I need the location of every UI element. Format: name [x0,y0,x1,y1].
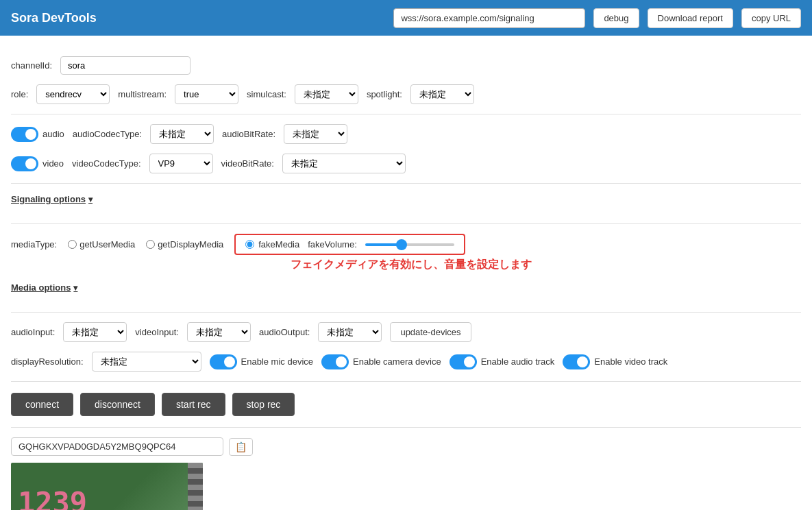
chevron-down-icon-2: ▾ [73,283,77,293]
annotation-text: フェイクメディアを有効にし、音量を設定します [291,258,532,272]
media-type-radio-group: getUserMedia getDisplayMedia fakeMedia f… [68,234,465,255]
enable-video-track-wrapper: Enable video track [563,354,667,369]
video-preview-number: 1239 [11,489,87,510]
audio-toggle[interactable] [11,127,38,142]
session-id-input [11,437,223,456]
chevron-down-icon: ▾ [88,195,93,204]
divider-6 [11,427,801,428]
display-resolution-row: displayResolution: 未指定 360p 720p 1080p E… [11,352,801,372]
enable-audio-track-toggle[interactable] [450,354,477,369]
channel-id-row: channelId: [11,56,801,75]
fake-volume-slider[interactable] [365,243,454,246]
channel-id-input[interactable] [60,56,190,75]
audio-input-select[interactable]: 未指定 [63,322,127,342]
fake-media-box: fakeMedia fakeVolume: [234,234,465,255]
header: Sora DevTools debug Download report copy… [0,0,812,36]
signaling-url-input[interactable] [393,8,585,28]
enable-mic-wrapper: Enable mic device [210,354,314,369]
audio-input-label: audioInput: [11,327,55,337]
audio-bitrate-label: audioBitRate: [222,129,275,139]
update-devices-button[interactable]: update-devices [390,322,471,342]
start-rec-button[interactable]: start rec [162,393,225,416]
video-input-label: videoInput: [135,327,179,337]
role-row: role: sendrecv sendonly recvonly multist… [11,84,801,104]
enable-audio-track-wrapper: Enable audio track [450,354,555,369]
role-select[interactable]: sendrecv sendonly recvonly [36,84,110,104]
enable-video-track-toggle[interactable] [563,354,590,369]
audio-output-label: audioOutput: [259,327,310,337]
media-type-label: mediaType: [11,239,57,250]
radio-get-display-media[interactable]: getDisplayMedia [146,239,223,250]
video-toggle-wrapper: video [11,156,64,171]
connect-button[interactable]: connect [11,393,73,416]
enable-audio-track-label: Enable audio track [481,356,555,367]
debug-button[interactable]: debug [593,8,639,28]
multistream-label: multistream: [118,89,167,99]
video-row: video videoCodecType: 未指定 VP8 VP9 H264 H… [11,154,801,173]
action-buttons-row: connect disconnect start rec stop rec [11,393,801,416]
enable-camera-wrapper: Enable camera device [321,354,441,369]
divider-5 [11,381,801,382]
multistream-select[interactable]: true false 未指定 [175,84,238,104]
divider-3 [11,223,801,224]
audio-bitrate-select[interactable]: 未指定 8 16 32 64 128 [284,124,347,144]
video-bitrate-label: videoBitRate: [221,158,274,169]
video-label: video [42,158,64,169]
signaling-options-link[interactable]: Signaling options ▾ [11,194,93,204]
app-title: Sora DevTools [11,11,385,25]
audio-label: audio [42,129,64,139]
media-options-link[interactable]: Media options ▾ [11,282,77,293]
disconnect-button[interactable]: disconnect [80,393,155,416]
video-preview-bar [188,463,203,510]
video-bitrate-select[interactable]: 未指定 100 500 1000 2000 5000 [282,154,406,173]
spotlight-label: spotlight: [367,89,402,99]
media-type-row: mediaType: getUserMedia getDisplayMedia … [11,234,801,255]
radio-fake-media[interactable]: fakeMedia [245,239,299,250]
media-options-row: Media options ▾ [11,282,801,302]
divider-4 [11,312,801,313]
video-toggle[interactable] [11,156,38,171]
enable-camera-label: Enable camera device [353,356,441,367]
radio-get-user-media[interactable]: getUserMedia [68,239,135,250]
spotlight-select[interactable]: 未指定 true false [410,84,474,104]
stop-rec-button[interactable]: stop rec [232,393,295,416]
copy-icon: 📋 [235,441,247,452]
video-input-select[interactable]: 未指定 [187,322,251,342]
audio-toggle-wrapper: audio [11,127,64,142]
enable-video-track-label: Enable video track [594,356,667,367]
audio-output-select[interactable]: 未指定 [318,322,382,342]
display-resolution-label: displayResolution: [11,356,84,367]
main-content: channelId: role: sendrecv sendonly recvo… [0,36,812,510]
download-report-button[interactable]: Download report [648,8,733,28]
enable-mic-toggle[interactable] [210,354,237,369]
simulcast-label: simulcast: [247,89,286,99]
session-id-row: 📋 [11,437,801,456]
copy-session-id-button[interactable]: 📋 [229,438,253,456]
audio-codec-label: audioCodecType: [73,129,142,139]
audio-row: audio audioCodecType: 未指定 OPUS PCMU audi… [11,124,801,144]
input-output-row: audioInput: 未指定 videoInput: 未指定 audioOut… [11,322,801,342]
display-resolution-select[interactable]: 未指定 360p 720p 1080p [92,352,201,372]
audio-codec-select[interactable]: 未指定 OPUS PCMU [150,124,214,144]
signaling-options-row: Signaling options ▾ [11,193,801,214]
divider-1 [11,114,801,114]
video-codec-select[interactable]: 未指定 VP8 VP9 H264 H265 AV1 [149,154,213,173]
enable-camera-toggle[interactable] [321,354,349,369]
enable-mic-label: Enable mic device [241,356,314,367]
video-codec-label: videoCodecType: [72,158,140,169]
simulcast-select[interactable]: 未指定 true false [295,84,358,104]
video-preview: 1239 [11,463,203,510]
annotation-row: フェイクメディアを有効にし、音量を設定します [11,258,801,272]
channel-id-label: channelId: [11,60,52,71]
role-label: role: [11,89,28,99]
copy-url-button[interactable]: copy URL [741,8,801,28]
divider-2 [11,183,801,184]
